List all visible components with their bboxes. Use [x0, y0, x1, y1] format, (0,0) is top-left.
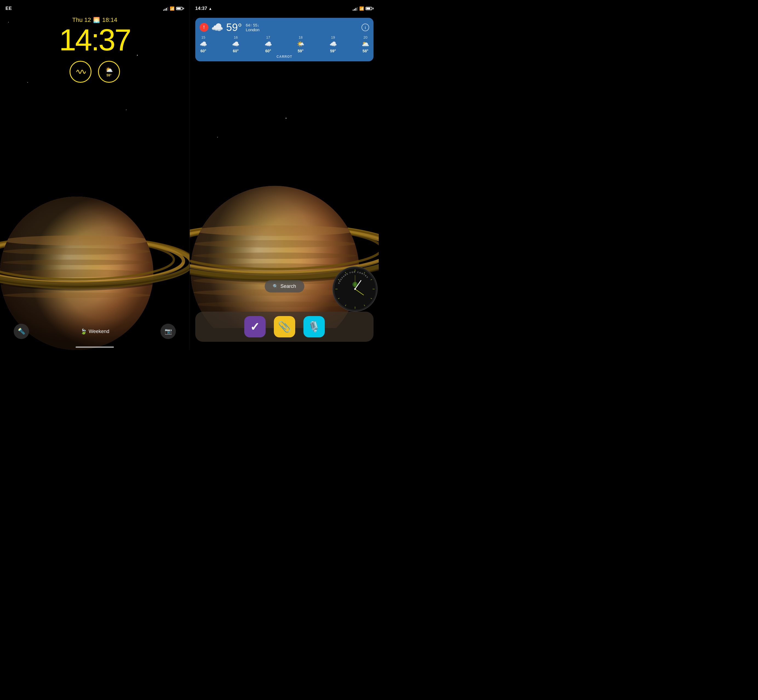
signal-bar-4: [167, 7, 168, 11]
wifi-icon-right: 📶: [359, 6, 364, 11]
weather-hilo-city: 64↑ 55↓ London: [245, 23, 259, 32]
weather-lo: 55↓: [253, 23, 259, 27]
search-icon: 🔍: [273, 284, 278, 289]
signal-icon-right: [353, 6, 358, 11]
paperclip-icon: 📎: [278, 321, 291, 333]
svg-point-8: [3, 236, 151, 245]
forecast-cloud-16: ☁️: [232, 41, 239, 48]
svg-point-13: [3, 292, 151, 298]
weather-widget-circle[interactable]: ⛅ 59°: [98, 61, 120, 83]
weather-hi-lo: 64↑ 55↓: [245, 23, 259, 27]
signal-bar-2: [164, 9, 166, 11]
dock-app-reminders[interactable]: ✓: [244, 316, 266, 338]
leaf-icon: 🍃: [80, 328, 87, 335]
dock-app-paperclip[interactable]: 📎: [274, 316, 295, 338]
forecast-hour-15: 15: [201, 35, 205, 39]
forecast-item-20: 20 🌥️ 58°: [362, 35, 369, 53]
forecast-item-18: 18 🌤️ 59°: [297, 35, 304, 53]
forecast-cloud-17: ☁️: [264, 41, 272, 48]
status-bar-right: 14:37 ▲ 📶: [190, 0, 379, 14]
forecast-temp-19: 59°: [330, 49, 336, 53]
carrier-label: EE: [5, 6, 12, 11]
forecast-hour-18: 18: [299, 35, 302, 39]
weather-hi: 64↑: [245, 23, 252, 27]
forecast-cloud-15: ☁️: [200, 41, 207, 48]
forecast-temp-15: 60°: [200, 49, 206, 53]
location-arrow-icon: ▲: [208, 6, 212, 11]
weather-top-row: ! ☁️ 59° 64↑ 55↓ London i: [200, 22, 369, 33]
forecast-hour-16: 16: [234, 35, 238, 39]
weather-cloud-icon: ☁️: [211, 22, 223, 33]
forecast-hour-17: 17: [266, 35, 270, 39]
battery-icon-right: [366, 7, 374, 10]
watch-face: PREPARE FOR CORTEX: [333, 266, 378, 312]
camera-button[interactable]: 📷: [161, 324, 176, 339]
flashlight-icon: 🔦: [18, 328, 25, 335]
signal-icon: [163, 6, 168, 11]
bottom-bar-left: 🔦 🍃 Weekend 📷: [0, 324, 189, 339]
forecast-temp-20: 58°: [363, 49, 368, 53]
forecast-cloud-18: 🌤️: [297, 41, 304, 48]
search-bar[interactable]: 🔍 Search: [264, 280, 304, 292]
weather-forecast: 15 ☁️ 60° 16 ☁️ 60° 17 ☁️ 60° 18 🌤️ 59° …: [200, 35, 369, 53]
home-indicator-left: [76, 347, 114, 348]
signal-bar-1: [163, 9, 164, 11]
forecast-item-15: 15 ☁️ 60°: [200, 35, 207, 53]
weekend-text: Weekend: [89, 329, 109, 334]
signal-bar-r1: [353, 9, 353, 11]
svg-point-9: [3, 248, 151, 255]
star-r2: [286, 118, 286, 119]
status-bar-left: EE 📶: [0, 0, 189, 14]
watch-face-svg: PREPARE FOR CORTEX: [333, 266, 377, 312]
flashlight-button[interactable]: 🔦: [14, 324, 29, 339]
signal-bar-r2: [354, 9, 355, 11]
left-phone: EE 📶 Thu 12 🌅 18:14 14:37: [0, 0, 189, 350]
signal-bar-r4: [357, 7, 358, 11]
forecast-cloud-19: ☁️: [330, 41, 337, 48]
watch-widget: PREPARE FOR CORTEX: [333, 266, 378, 312]
search-label: Search: [280, 283, 296, 289]
dock-app-microphone[interactable]: 🎙️: [303, 316, 325, 338]
weather-circle-content: ⛅ 59°: [105, 66, 113, 77]
svg-point-30: [193, 253, 356, 259]
svg-point-29: [193, 240, 356, 248]
forecast-temp-18: 59°: [298, 49, 303, 53]
weekend-label: 🍃 Weekend: [80, 328, 109, 335]
battery-icon: [176, 7, 184, 10]
weather-alert-icon: !: [200, 23, 208, 32]
reminders-icon: ✓: [250, 320, 259, 334]
lock-time: 14:37: [59, 25, 130, 55]
forecast-item-19: 19 ☁️ 59°: [330, 35, 337, 53]
weather-info-button[interactable]: i: [361, 23, 369, 31]
svg-point-34: [193, 302, 356, 307]
weather-temp-info: 59°: [226, 22, 242, 33]
weather-city: London: [245, 27, 259, 32]
forecast-cloud-20: 🌥️: [362, 41, 369, 48]
carrot-source-label: CARROT: [200, 55, 369, 59]
time-right: 14:37 ▲: [195, 6, 212, 11]
weather-temp-main: 59°: [226, 22, 242, 33]
svg-point-59: [354, 288, 356, 290]
svg-point-28: [193, 225, 356, 236]
forecast-temp-16: 60°: [233, 49, 239, 53]
right-phone: 14:37 ▲ 📶 !: [189, 0, 379, 350]
lock-screen-content: Thu 12 🌅 18:14 14:37 ⛅ 59°: [0, 16, 189, 83]
status-icons-right: 📶: [353, 6, 374, 11]
weather-left-section: ! ☁️ 59° 64↑ 55↓ London: [200, 22, 259, 33]
signal-bar-3: [166, 8, 167, 11]
audio-waves-icon: [75, 66, 86, 78]
status-icons-left: 📶: [163, 6, 184, 11]
weather-widget[interactable]: ! ☁️ 59° 64↑ 55↓ London i 1: [195, 18, 374, 61]
forecast-hour-19: 19: [331, 35, 335, 39]
star-r3: [217, 137, 218, 138]
widgets-row: ⛅ 59°: [70, 61, 120, 83]
microphone-icon: 🎙️: [308, 321, 320, 333]
wifi-icon: 📶: [170, 6, 174, 11]
forecast-item-17: 17 ☁️ 60°: [264, 35, 272, 53]
alert-symbol: !: [203, 25, 205, 30]
audio-widget[interactable]: [70, 61, 91, 83]
svg-point-10: [3, 259, 151, 265]
weather-temp-circle: 59°: [105, 73, 113, 77]
forecast-item-16: 16 ☁️ 60°: [232, 35, 239, 53]
time-display-right: 14:37: [195, 6, 207, 11]
